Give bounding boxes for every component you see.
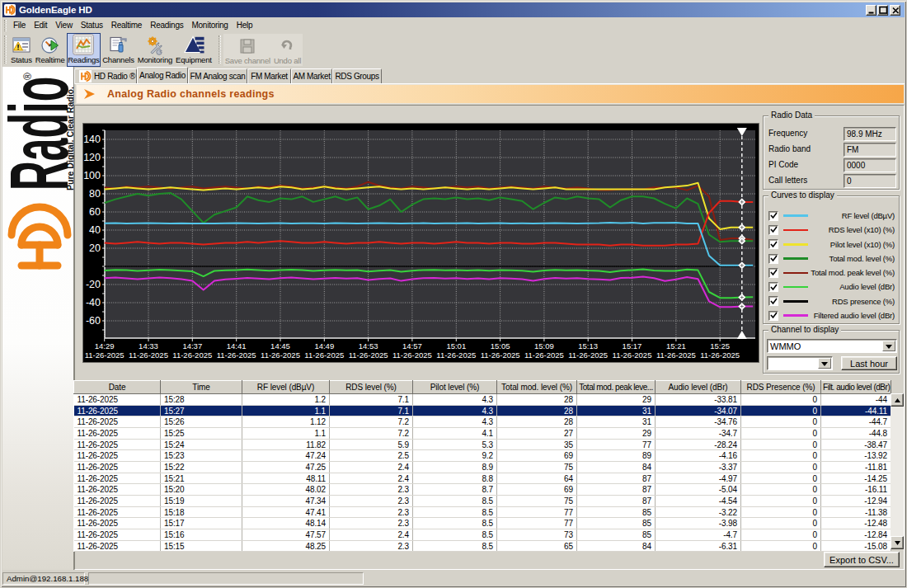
svg-text:11-26-2025: 11-26-2025 [172, 350, 212, 360]
svg-text:15:13: 15:13 [578, 341, 598, 350]
svg-text:14:49: 14:49 [314, 341, 334, 350]
svg-text:11-26-2025: 11-26-2025 [392, 350, 432, 360]
svg-text:100: 100 [83, 170, 101, 181]
svg-text:15:17: 15:17 [623, 341, 642, 350]
svg-text:-20: -20 [86, 279, 101, 290]
svg-text:14:29: 14:29 [95, 341, 115, 350]
svg-text:-40: -40 [86, 297, 101, 308]
svg-text:14:33: 14:33 [139, 341, 158, 350]
svg-text:11-26-2025: 11-26-2025 [304, 350, 344, 360]
svg-text:15:09: 15:09 [534, 341, 554, 350]
svg-text:11-26-2025: 11-26-2025 [85, 350, 125, 360]
svg-text:20: 20 [89, 242, 101, 254]
svg-text:15:05: 15:05 [491, 341, 510, 350]
svg-text:40: 40 [89, 224, 101, 236]
svg-text:11-26-2025: 11-26-2025 [524, 350, 564, 360]
svg-text:11-26-2025: 11-26-2025 [700, 350, 740, 360]
svg-text:11-26-2025: 11-26-2025 [129, 350, 168, 360]
svg-text:140: 140 [83, 134, 101, 145]
svg-text:11-26-2025: 11-26-2025 [349, 350, 388, 360]
svg-text:11-26-2025: 11-26-2025 [656, 350, 696, 360]
svg-text:14:57: 14:57 [402, 341, 422, 350]
svg-text:14:37: 14:37 [182, 341, 202, 350]
svg-text:-60: -60 [86, 315, 101, 327]
svg-text:11-26-2025: 11-26-2025 [436, 350, 476, 360]
svg-text:11-26-2025: 11-26-2025 [613, 350, 652, 360]
svg-text:15:01: 15:01 [446, 341, 466, 350]
svg-text:60: 60 [89, 206, 101, 218]
svg-text:®: ® [22, 73, 34, 80]
svg-text:80: 80 [89, 188, 101, 200]
svg-text:11-26-2025: 11-26-2025 [481, 350, 520, 360]
svg-text:Pure Digital. Clear Radio.: Pure Digital. Clear Radio. [65, 87, 75, 191]
svg-text:14:53: 14:53 [359, 341, 378, 350]
svg-text:11-26-2025: 11-26-2025 [568, 350, 608, 360]
svg-text:15:25: 15:25 [710, 341, 730, 350]
svg-text:11-26-2025: 11-26-2025 [217, 350, 256, 360]
svg-text:14:45: 14:45 [270, 341, 290, 350]
svg-text:120: 120 [83, 152, 101, 163]
svg-text:11-26-2025: 11-26-2025 [261, 350, 300, 360]
svg-text:14:41: 14:41 [227, 341, 247, 350]
svg-text:15:21: 15:21 [666, 341, 686, 350]
